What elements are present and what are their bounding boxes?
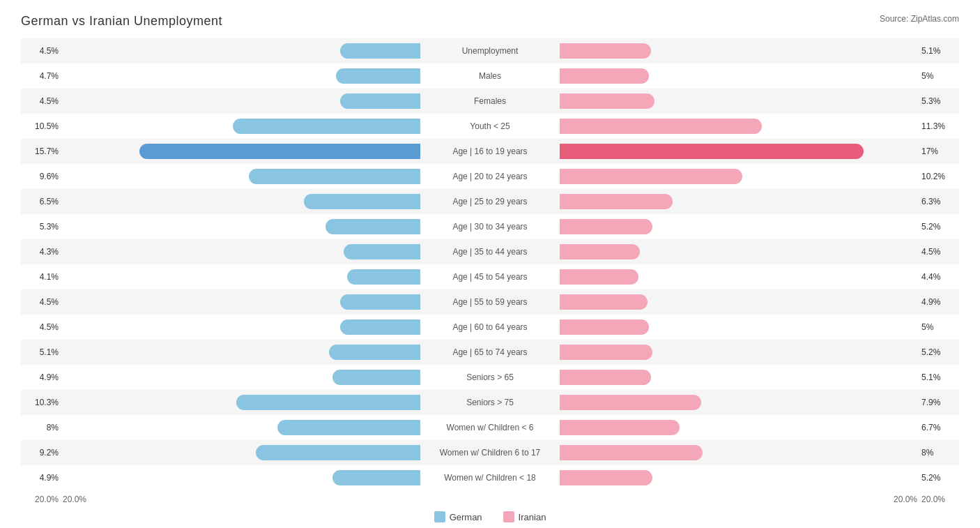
iranian-value: 5% [917,322,959,332]
row-label: Age | 55 to 59 years [452,297,527,307]
iranian-value: 7.9% [917,398,959,407]
bar-section: Age | 35 to 44 years [63,239,917,264]
chart-row: 5.1% Age | 65 to 74 years 5.2% [21,340,959,365]
german-bar [233,119,420,134]
iranian-value: 5.2% [917,473,959,483]
german-value: 5.1% [21,347,63,357]
row-label: Youth < 25 [470,121,510,131]
left-bar-container [63,119,420,134]
iranian-bar [560,219,652,234]
iranian-value: 6.3% [917,197,959,206]
left-bar-container [63,144,420,159]
left-bar-container [63,194,420,209]
iranian-value: 17% [917,146,959,156]
iranian-value: 5.2% [917,347,959,357]
bar-section: Women w/ Children < 18 [63,465,917,490]
chart-row: 10.5% Youth < 25 11.3% [21,114,959,139]
left-bar-container [63,470,420,485]
iranian-bar [560,319,649,335]
left-bar-container [63,43,420,59]
row-label: Unemployment [462,46,519,56]
german-value: 4.5% [21,46,63,56]
legend-box-iranian [503,511,514,522]
left-bar-container [63,420,420,435]
right-bar-container [560,470,917,485]
german-value: 4.3% [21,247,63,257]
row-inner: 9.2% Women w/ Children 6 to 17 8% [21,440,959,465]
german-bar [256,445,420,460]
right-bar-container [560,93,917,109]
legend-box-german [434,511,445,522]
center-label-container: Age | 35 to 44 years [420,247,560,257]
iranian-value: 4.4% [917,272,959,282]
bar-section: Unemployment [63,38,917,63]
row-inner: 4.9% Women w/ Children < 18 5.2% [21,465,959,490]
bar-section: Seniors > 65 [63,365,917,390]
axis-label-right: 20.0% [894,495,917,504]
chart-row: 8% Women w/ Children < 6 6.7% [21,415,959,440]
chart-row: 6.5% Age | 25 to 29 years 6.3% [21,189,959,214]
right-bar-container [560,345,917,360]
axis-left: 20.0% [21,495,63,504]
iranian-bar [560,93,654,109]
center-label-container: Age | 16 to 19 years [420,146,560,156]
iranian-value: 5.2% [917,222,959,232]
iranian-value: 10.2% [917,172,959,181]
legend: German Iranian [21,511,959,522]
german-bar [326,219,420,234]
german-bar [336,68,420,84]
iranian-bar [560,420,680,435]
bar-section: Age | 65 to 74 years [63,340,917,365]
left-bar-container [63,294,420,310]
bar-section: Age | 20 to 24 years [63,164,917,189]
chart-row: 15.7% Age | 16 to 19 years 17% [21,139,959,164]
left-bar-container [63,445,420,460]
row-label: Women w/ Children < 18 [444,473,536,483]
left-bar-container [63,169,420,184]
right-bar-container [560,395,917,410]
right-bar-container [560,219,917,234]
legend-label-iranian: Iranian [519,512,546,522]
iranian-bar [560,43,651,59]
german-value: 5.3% [21,222,63,232]
iranian-bar [560,269,638,285]
iranian-bar [560,470,652,485]
row-label: Age | 45 to 54 years [452,272,527,282]
german-bar [329,345,420,360]
iranian-value: 5.1% [917,46,959,56]
iranian-value: 4.5% [917,247,959,257]
right-bar-container [560,194,917,209]
left-bar-container [63,370,420,385]
chart-row: 4.5% Age | 60 to 64 years 5% [21,315,959,340]
right-bar-container [560,68,917,84]
german-bar [236,395,420,410]
bar-section: Age | 60 to 64 years [63,315,917,340]
row-inner: 4.5% Age | 55 to 59 years 4.9% [21,289,959,315]
row-inner: 10.5% Youth < 25 11.3% [21,114,959,139]
bar-section: Age | 45 to 54 years [63,264,917,289]
chart-row: 4.3% Age | 35 to 44 years 4.5% [21,239,959,264]
left-bar-container [63,68,420,84]
bar-section: Females [63,89,917,114]
right-bar-container [560,244,917,259]
german-value: 10.5% [21,121,63,131]
bar-section: Males [63,63,917,89]
row-inner: 15.7% Age | 16 to 19 years 17% [21,139,959,164]
german-bar [344,244,420,259]
left-bar-container [63,269,420,285]
german-bar [304,194,420,209]
german-bar [347,269,420,285]
center-label-container: Females [420,96,560,106]
german-value: 4.5% [21,297,63,307]
german-bar [277,420,420,435]
iranian-bar [560,395,701,410]
center-label-container: Seniors > 75 [420,398,560,407]
right-bar-container [560,144,917,159]
german-value: 9.2% [21,448,63,458]
german-value: 15.7% [21,146,63,156]
row-inner: 4.1% Age | 45 to 54 years 4.4% [21,264,959,289]
german-bar [340,294,420,310]
legend-item-iranian: Iranian [503,511,546,522]
row-inner: 4.5% Age | 60 to 64 years 5% [21,315,959,340]
center-label-container: Age | 65 to 74 years [420,347,560,357]
